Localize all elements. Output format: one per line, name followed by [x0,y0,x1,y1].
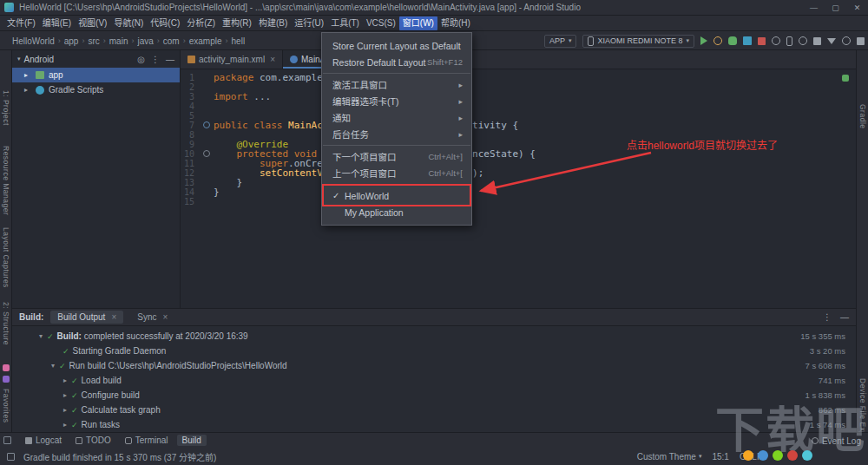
tab-activity-main-xml[interactable]: activity_main.xml × [181,50,283,69]
chevron-down-icon[interactable]: ▾ [49,362,57,370]
breadcrumb-item[interactable]: src [88,36,99,46]
close-icon[interactable]: × [111,312,116,322]
device-select[interactable]: XIAOMI REDMI NOTE 8 ▾ [582,35,694,48]
run-icon[interactable] [700,36,707,45]
menu-item-restore-layout[interactable]: Restore Default Layout Shift+F12 [322,54,471,70]
chevron-right-icon[interactable]: ▸ [24,86,31,94]
sidebar-item-gradle[interactable]: Gradle [858,104,867,129]
close-icon[interactable]: × [162,312,168,322]
menu-view[interactable]: 视图(V) [75,16,110,30]
sidebar-item-favorites[interactable]: Favorites [2,389,10,422]
menu-window[interactable]: 窗口(W) [399,16,437,30]
build-row[interactable]: ▾ ✓ Run build C:\Users\hp\AndroidStudioP… [12,358,856,373]
theme-select[interactable]: Custom Theme ▾ [637,452,702,462]
menu-item-next-project-window[interactable]: 下一个项目窗口 Ctrl+Alt+] [322,148,471,165]
menu-run[interactable]: 运行(U) [291,16,327,30]
menu-help[interactable]: 帮助(H) [437,16,474,30]
toolbar-item-logcat[interactable]: Logcat [20,435,67,446]
project-scope-select[interactable]: Android [24,55,54,64]
tool-window-switcher-icon[interactable] [3,436,11,444]
chevron-right-icon[interactable]: ▸ [61,377,69,384]
breadcrumb-item[interactable]: com [163,36,180,46]
tool-stripe-icon[interactable] [3,376,10,383]
menu-tools[interactable]: 工具(T) [327,16,363,30]
sidebar-item-structure[interactable]: 2: Structure [2,302,10,345]
xml-file-icon [187,56,195,63]
close-icon[interactable]: × [270,55,275,64]
menu-code[interactable]: 代码(C) [147,16,183,30]
menu-build[interactable]: 构建(B) [255,16,291,30]
android-studio-icon [4,3,14,12]
inspections-status-icon[interactable] [842,75,849,82]
sidebar-item-resource-manager[interactable]: Resource Manager [2,146,10,215]
build-row[interactable]: ▾ ✓ Build: completed successfully at 202… [12,329,856,344]
menu-item-editor-tabs[interactable]: 编辑器选项卡(T) ▸ [322,93,471,109]
settings-icon[interactable] [857,37,865,45]
chevron-right-icon[interactable]: ▸ [61,421,69,429]
locate-file-icon[interactable]: ◎ [137,55,145,64]
menu-item-activate-tool-window[interactable]: 激活工具窗口 ▸ [322,76,471,93]
menu-file[interactable]: 文件(F) [3,16,39,30]
breadcrumb-item[interactable]: java [137,36,153,46]
more-options-icon[interactable]: ⋮ [823,312,832,322]
more-options-icon[interactable]: ⋮ [151,55,160,64]
profile-icon[interactable] [743,36,752,45]
chevron-down-icon[interactable]: ▾ [36,332,45,340]
menu-item-background-tasks[interactable]: 后台任务 ▸ [322,126,471,142]
breadcrumb-item[interactable]: app [64,36,79,46]
menu-item-previous-project-window[interactable]: 上一个项目窗口 Ctrl+Alt+[ [322,165,471,181]
minimize-button[interactable]: — [803,0,825,16]
menu-item-store-layout[interactable]: Store Current Layout as Default [322,37,471,54]
sidebar-item-project[interactable]: 1: Project [2,90,10,126]
code-line[interactable]: 7public class MainActivity extends AppCo… [181,121,856,130]
class-gutter-icon[interactable] [203,121,210,128]
chevron-right-icon[interactable]: ▸ [61,391,69,399]
menu-refactor[interactable]: 重构(R) [219,16,255,30]
tool-stripe-icon[interactable] [3,364,10,371]
build-row-duration: 3 s 20 ms [810,346,845,356]
tool-windows-toggle-icon[interactable] [7,453,15,461]
menu-item-notifications[interactable]: 通知 ▸ [322,109,471,126]
build-row[interactable]: ▸ ✓ Load build 741 ms [12,373,856,388]
chevron-right-icon[interactable]: ▸ [61,406,69,414]
menu-vcs[interactable]: VCS(S) [363,16,399,30]
hide-panel-icon[interactable]: — [166,55,174,64]
build-icon[interactable] [813,37,821,45]
hide-panel-icon[interactable]: — [840,312,849,322]
code-line[interactable]: 2 [181,82,856,92]
code-line[interactable]: 4 [181,102,856,111]
code-line[interactable]: 1package com.example.helloworld; [181,73,856,82]
code-line[interactable]: 3import ... [181,92,856,102]
run-configuration-select[interactable]: APP ▾ [544,35,577,48]
avd-manager-icon[interactable] [786,36,792,46]
sync-gradle-icon[interactable] [799,36,807,45]
toolbar-item-build[interactable]: Build [177,435,207,446]
menu-navigate[interactable]: 导航(N) [110,16,147,30]
debug-icon[interactable] [728,36,737,45]
status-message[interactable]: Gradle build finished in 15 s 370 ms (37… [23,450,216,463]
breadcrumb-item[interactable]: hell [232,36,246,46]
chevron-down-icon[interactable]: ▾ [17,56,21,62]
toolbar-item-terminal[interactable]: Terminal [120,435,174,446]
sidebar-item-layout-captures[interactable]: Layout Captures [2,227,10,288]
breadcrumb-item[interactable]: main [109,36,128,46]
breadcrumb-item[interactable]: HelloWorld [12,36,55,46]
tab-build-output[interactable]: Build Output × [50,311,123,324]
attach-debugger-icon[interactable] [772,36,780,45]
override-gutter-icon[interactable] [203,150,210,157]
chevron-right-icon[interactable]: ▸ [24,71,31,79]
apply-changes-icon[interactable] [713,36,722,45]
menu-edit[interactable]: 编辑(E) [39,16,75,30]
build-row[interactable]: ✓ Starting Gradle Daemon 3 s 20 ms [12,344,856,358]
close-button[interactable]: ✕ [846,0,868,16]
tab-sync[interactable]: Sync × [130,311,174,324]
tree-item-gradle-scripts[interactable]: ▸ Gradle Scripts [12,82,180,97]
maximize-button[interactable]: ▢ [825,0,846,16]
tree-item-app[interactable]: ▸ app [12,68,180,82]
sdk-manager-icon[interactable] [827,38,836,44]
menu-analyze[interactable]: 分析(Z) [183,16,219,30]
toolbar-item-todo[interactable]: TODO [70,435,116,446]
breadcrumb-item[interactable]: example [189,36,222,46]
stop-icon[interactable] [758,37,766,45]
search-everywhere-icon[interactable] [842,36,851,45]
